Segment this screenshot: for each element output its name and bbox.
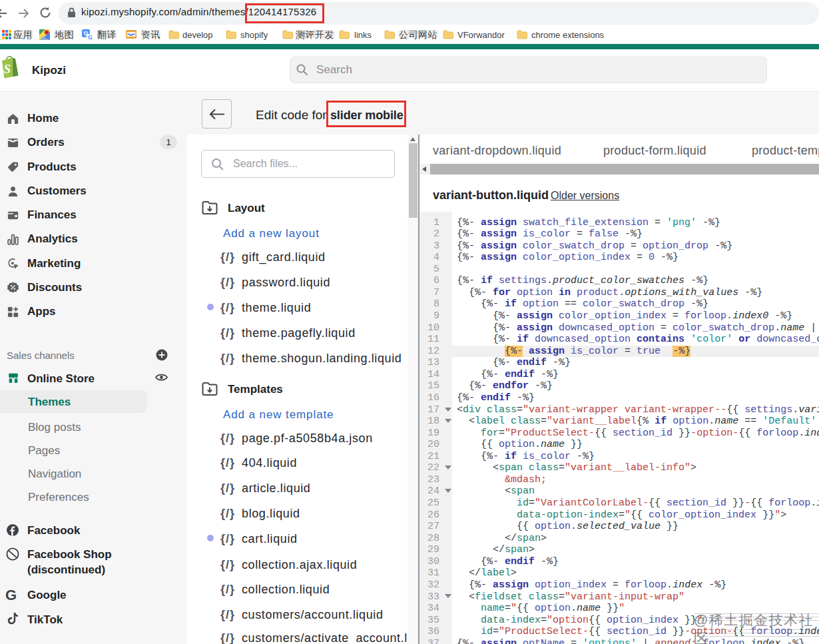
svg-text:S: S [4, 62, 11, 76]
svg-text:G: G [88, 34, 93, 41]
